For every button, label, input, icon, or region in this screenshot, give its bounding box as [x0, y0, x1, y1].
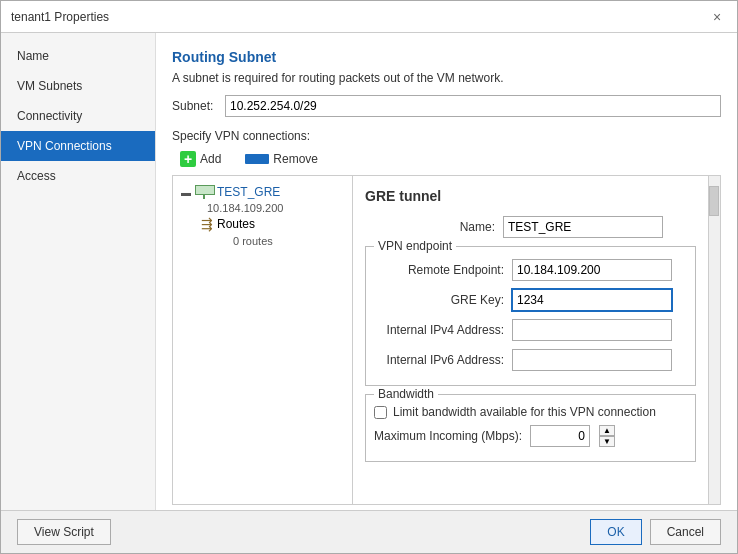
sidebar-item-access[interactable]: Access: [1, 161, 155, 191]
sidebar: Name VM Subnets Connectivity VPN Connect…: [1, 33, 156, 510]
subnet-input[interactable]: [225, 95, 721, 117]
add-button[interactable]: + Add: [172, 149, 229, 169]
add-icon: +: [180, 151, 196, 167]
section-desc: A subnet is required for routing packets…: [172, 71, 721, 85]
bandwidth-checkbox[interactable]: [374, 406, 387, 419]
routes-count: 0 routes: [205, 234, 348, 248]
remove-button[interactable]: Remove: [237, 150, 326, 168]
remote-endpoint-input[interactable]: [512, 259, 672, 281]
bandwidth-section: Bandwidth Limit bandwidth available for …: [365, 394, 696, 462]
detail-title: GRE tunnel: [365, 188, 696, 204]
spinner-down-button[interactable]: ▼: [599, 436, 615, 447]
internal-ipv6-row: Internal IPv6 Address:: [374, 349, 687, 371]
dialog-window: tenant1 Properties × Name VM Subnets Con…: [0, 0, 738, 554]
gre-key-label: GRE Key:: [374, 293, 504, 307]
name-label: Name:: [365, 220, 495, 234]
vpn-toolbar: + Add Remove: [172, 149, 721, 169]
max-incoming-label: Maximum Incoming (Mbps):: [374, 429, 522, 443]
split-area: ▬ TEST_GRE 10.184.109.200 ⇶ Routes 0 rou…: [172, 175, 721, 505]
name-input[interactable]: [503, 216, 663, 238]
max-incoming-row: Maximum Incoming (Mbps): ▲ ▼: [374, 425, 687, 447]
footer-right: OK Cancel: [590, 519, 721, 545]
vpn-endpoint-group: VPN endpoint Remote Endpoint: GRE Key: I…: [365, 246, 696, 386]
main-content: Routing Subnet A subnet is required for …: [156, 33, 737, 510]
dialog-footer: View Script OK Cancel: [1, 510, 737, 553]
subnet-row: Subnet:: [172, 95, 721, 117]
tree-item-test-gre[interactable]: ▬ TEST_GRE 10.184.109.200 ⇶ Routes 0 rou…: [173, 180, 352, 250]
bandwidth-checkbox-row: Limit bandwidth available for this VPN c…: [374, 401, 687, 419]
internal-ipv4-input[interactable]: [512, 319, 672, 341]
close-button[interactable]: ×: [707, 7, 727, 27]
network-icon: [195, 185, 213, 199]
remote-endpoint-row: Remote Endpoint:: [374, 259, 687, 281]
gre-key-input[interactable]: [512, 289, 672, 311]
detail-panel: GRE tunnel Name: VPN endpoint Remote End…: [353, 176, 708, 504]
internal-ipv4-row: Internal IPv4 Address:: [374, 319, 687, 341]
routes-label: Routes: [217, 217, 255, 231]
dialog-body: Name VM Subnets Connectivity VPN Connect…: [1, 33, 737, 510]
internal-ipv4-label: Internal IPv4 Address:: [374, 323, 504, 337]
tree-child-routes-item[interactable]: ⇶ Routes: [197, 214, 348, 234]
bandwidth-label: Bandwidth: [374, 387, 438, 401]
dialog-title: tenant1 Properties: [11, 10, 109, 24]
sidebar-item-connectivity[interactable]: Connectivity: [1, 101, 155, 131]
section-title: Routing Subnet: [172, 49, 721, 65]
tree-node-ip: 10.184.109.200: [207, 202, 348, 214]
ok-button[interactable]: OK: [590, 519, 641, 545]
remove-icon: [245, 154, 269, 164]
remote-endpoint-label: Remote Endpoint:: [374, 263, 504, 277]
name-row: Name:: [365, 216, 696, 238]
scrollbar-track[interactable]: [708, 176, 720, 504]
internal-ipv6-input[interactable]: [512, 349, 672, 371]
cancel-button[interactable]: Cancel: [650, 519, 721, 545]
subnet-label: Subnet:: [172, 99, 217, 113]
bandwidth-checkbox-label: Limit bandwidth available for this VPN c…: [393, 405, 656, 419]
gre-key-row: GRE Key:: [374, 289, 687, 311]
scrollbar-thumb[interactable]: [709, 186, 719, 216]
specify-label: Specify VPN connections:: [172, 129, 721, 143]
sidebar-item-vm-subnets[interactable]: VM Subnets: [1, 71, 155, 101]
internal-ipv6-label: Internal IPv6 Address:: [374, 353, 504, 367]
vpn-endpoint-label: VPN endpoint: [374, 239, 456, 253]
sidebar-item-vpn-connections[interactable]: VPN Connections: [1, 131, 155, 161]
route-icon: ⇶: [201, 216, 213, 232]
tree-node-name: TEST_GRE: [217, 185, 280, 199]
view-script-button[interactable]: View Script: [17, 519, 111, 545]
title-bar: tenant1 Properties ×: [1, 1, 737, 33]
spinner-buttons: ▲ ▼: [599, 425, 615, 447]
tree-expand-icon[interactable]: ▬: [181, 187, 191, 198]
tree-child-routes: ⇶ Routes 0 routes: [197, 214, 348, 248]
sidebar-item-name[interactable]: Name: [1, 41, 155, 71]
max-incoming-input[interactable]: [530, 425, 590, 447]
tree-panel: ▬ TEST_GRE 10.184.109.200 ⇶ Routes 0 rou…: [173, 176, 353, 504]
spinner-up-button[interactable]: ▲: [599, 425, 615, 436]
